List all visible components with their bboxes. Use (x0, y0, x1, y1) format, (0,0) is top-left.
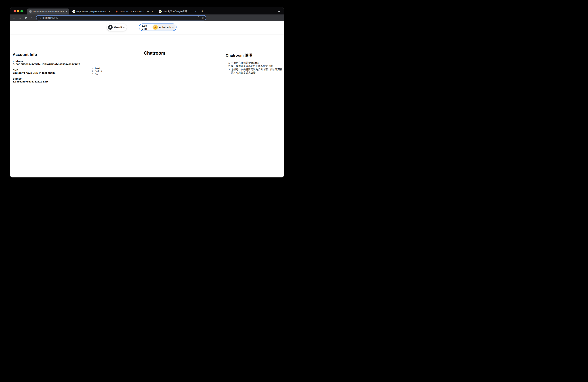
google-icon: G (159, 10, 162, 13)
css-tricks-icon: ✱ (115, 10, 118, 13)
tab-title: Dhal 4th week home work chat (33, 10, 64, 13)
tab-search-chevron-icon[interactable] (278, 10, 281, 12)
tab-title: html 列表 - Google 搜尋 (163, 10, 193, 13)
address-label: Address: (13, 60, 24, 63)
message-list: > test > hello > hi (86, 58, 223, 84)
new-tab-button[interactable]: + (200, 9, 205, 14)
traffic-light-zoom-button[interactable] (21, 10, 23, 12)
wallet-button[interactable]: 1.38 ETH 🙀 edhal.eth (139, 23, 176, 31)
account-address: Address: 0x08C5E50244FC58bc15Bf07BDAbb67… (13, 60, 78, 66)
chat-message: > hello (92, 70, 217, 73)
balance-value: 1.385526978635782511 ETH (13, 80, 48, 83)
share-icon[interactable] (197, 17, 199, 19)
instructions-list: 一般留言僅需花費gas fee 第一次將留言設為公告花費為任意出價 之後每一次要… (231, 61, 283, 74)
ens-value: You don't have ENS in test chain. (13, 71, 56, 74)
chatroom-header: Chatroom (86, 48, 223, 58)
traffic-light-close-button[interactable] (14, 10, 16, 12)
page-content: Goerli 1.38 ETH 🙀 edhal.eth Account Info… (10, 21, 284, 177)
bookmark-star-icon[interactable]: ☆ (202, 17, 204, 19)
forward-button[interactable]: → (18, 15, 22, 21)
chevron-down-icon (123, 26, 125, 28)
back-button[interactable]: ← (11, 15, 16, 21)
chatroom-title: Chatroom (144, 50, 165, 56)
wallet-avatar: 🙀 (153, 25, 158, 30)
globe-icon (29, 10, 32, 13)
address-bar[interactable]: ⓘ localhost:3000 ☆ (36, 15, 206, 20)
instruction-item: 一般留言僅需花費gas fee (231, 61, 283, 65)
url-host: localhost (42, 17, 52, 19)
dapp-header: Goerli 1.38 ETH 🙀 edhal.eth (10, 21, 284, 34)
tab-css-tricks[interactable]: ✱ :first-child | CSS-Tricks - CSS- ✕ (113, 8, 155, 15)
chatroom-panel: Chatroom > test > hello > hi (86, 48, 223, 172)
network-selector-button[interactable]: Goerli (107, 23, 127, 31)
instructions-panel: Chatroom 說明 一般留言僅需花費gas fee 第一次將留言設為公告花費… (226, 53, 283, 74)
browser-toolbar: ← → ↻ ⌂ ⓘ localhost:3000 ☆ ✓ + V> 🦊 ◉ ∴ … (10, 15, 284, 21)
chat-message: > hi (92, 73, 217, 75)
account-balance: Balnce: 1.385526978635782511 ETH (13, 77, 78, 83)
network-label: Goerli (114, 26, 122, 29)
instructions-title: Chatroom 說明 (226, 53, 283, 58)
tab-close-icon[interactable]: ✕ (151, 10, 153, 13)
traffic-light-minimize-button[interactable] (17, 10, 19, 12)
account-info-panel: Account Info Address: 0x08C5E50244FC58bc… (13, 52, 78, 86)
tab-title: https://www.google.com/searc (76, 10, 107, 13)
account-info-title: Account Info (13, 52, 78, 57)
tab-google-search[interactable]: G https://www.google.com/searc ✕ (71, 8, 112, 15)
ethereum-icon (108, 25, 113, 30)
tab-title: :first-child | CSS-Tricks - CSS- (119, 10, 150, 13)
tab-close-icon[interactable]: ✕ (195, 10, 197, 13)
browser-window: Dhal 4th week home work chat ✕ G https:/… (10, 7, 284, 177)
google-icon: G (72, 10, 75, 13)
tab-close-icon[interactable]: ✕ (65, 10, 68, 13)
wallet-account-segment[interactable]: 🙀 edhal.eth (152, 24, 176, 30)
balance-label: Balnce: (13, 77, 22, 80)
address-value: 0x08C5E50244FC58bc15Bf07BDAbb67453e624CB… (13, 63, 80, 66)
url-port: :3000 (52, 17, 58, 19)
tab-close-icon[interactable]: ✕ (108, 10, 111, 13)
home-button[interactable]: ⌂ (29, 15, 34, 21)
wallet-balance: 1.38 ETH (142, 24, 152, 30)
instruction-item: 第一次將留言設為公告花費為任意出價 (231, 65, 283, 68)
ens-label: ENS: (13, 69, 19, 72)
wallet-ens-name: edhal.eth (159, 26, 171, 29)
tab-google-html-list[interactable]: G html 列表 - Google 搜尋 ✕ (157, 8, 199, 15)
account-ens: ENS: You don't have ENS in test chain. (13, 69, 78, 75)
tab-chatroom[interactable]: Dhal 4th week home work chat ✕ (27, 8, 69, 15)
instruction-item: 之後每一次要將留言設為公告則需比前次花費更高才可將留言設為公告 (231, 68, 283, 74)
site-info-icon[interactable]: ⓘ (39, 16, 41, 19)
chat-message: > test (92, 67, 217, 70)
chevron-down-icon (172, 26, 174, 28)
reload-button[interactable]: ↻ (23, 15, 28, 21)
tab-strip: Dhal 4th week home work chat ✕ G https:/… (10, 7, 284, 15)
